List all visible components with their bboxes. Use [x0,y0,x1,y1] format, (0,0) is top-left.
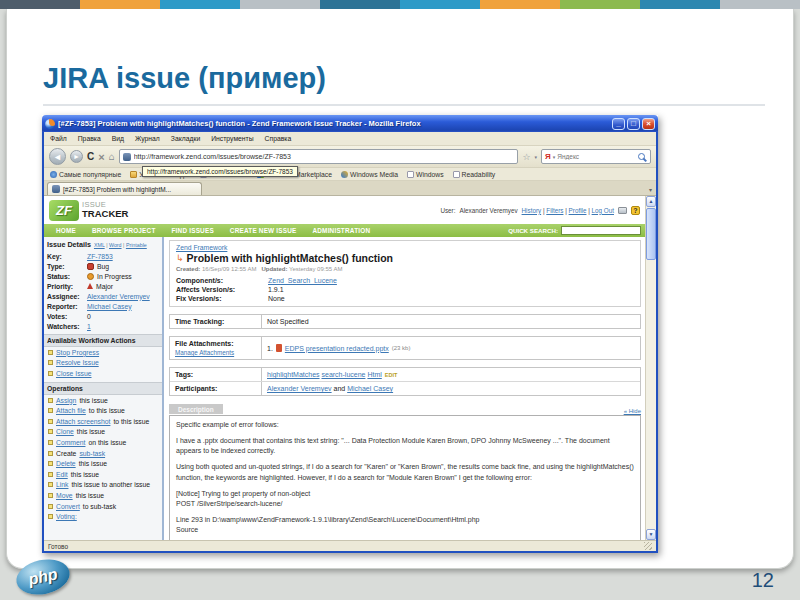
scroll-up-icon[interactable]: ▲ [646,196,656,207]
manage-attachments-link[interactable]: Manage Attachments [175,349,256,356]
home-icon[interactable]: ⌂ [109,151,115,162]
attachment-link[interactable]: EDPS presentation redacted.pptx [285,345,389,352]
field-label: Watchers: [47,323,84,330]
printer-icon[interactable] [618,207,627,214]
minimize-button[interactable]: _ [612,118,625,130]
field-value[interactable]: Michael Casey [87,303,132,310]
bookmark-star-icon[interactable]: ☆ [522,152,530,162]
status-text: Готово [48,543,68,550]
scroll-down-icon[interactable]: ▼ [646,529,656,540]
issue-field-row: Reporter:Michael Casey [44,301,162,311]
nav-item[interactable]: BROWSE PROJECT [84,227,164,234]
scrollbar-thumb[interactable] [646,208,656,260]
issue-fields: Component/s:Zend_Search_LuceneAffects Ve… [176,275,634,302]
field-value[interactable]: Zend_Search_Lucene [268,277,337,284]
field-value[interactable]: 1 [87,323,91,330]
tags-participants-box: Tags: highlightMatches search-lucene Htm… [169,367,641,396]
operation-item[interactable]: Edit this issue [44,469,162,480]
project-link[interactable]: Zend Framework [176,244,227,251]
resize-grip[interactable] [644,542,652,550]
operation-item[interactable]: Link this issue to another issue [44,480,162,491]
operation-item[interactable]: Attach screenshot to this issue [44,416,162,427]
close-button[interactable]: × [642,118,655,130]
export-link[interactable]: Printable [126,242,147,248]
operation-item[interactable]: Create sub-task [44,448,162,459]
tag-link[interactable]: search-lucene [321,371,365,378]
user-link[interactable]: Filters [546,207,563,214]
workflow-action[interactable]: Resolve Issue [44,358,162,369]
bookmark-item[interactable]: Windows Media [341,171,398,178]
nav-item[interactable]: HOME [48,227,84,234]
operation-item[interactable]: Move this issue [44,490,162,501]
vertical-scrollbar[interactable]: ▲ ▼ [645,196,656,540]
url-input[interactable] [134,153,515,160]
reload-icon[interactable]: C [87,151,94,162]
operation-item[interactable]: Comment on this issue [44,437,162,448]
nav-item[interactable]: ADMINISTRATION [304,227,378,234]
tags-edit-link[interactable]: EDIT [385,372,398,378]
menu-item[interactable]: Правка [78,135,101,142]
operation-item[interactable]: Clone this issue [44,427,162,438]
maximize-button[interactable]: □ [627,118,640,130]
issue-field-row: Priority:Major [44,281,162,291]
operation-item[interactable]: Voting: [44,511,162,522]
workflow-action[interactable]: Close Issue [44,368,162,379]
menu-item[interactable]: Вид [112,135,124,142]
menu-item[interactable]: Инструменты [211,135,253,142]
user-link[interactable]: History [522,207,542,214]
menu-item[interactable]: Закладки [171,135,200,142]
field-label: Key: [47,253,84,260]
operation-item[interactable]: Attach file to this issue [44,405,162,416]
operation-item[interactable]: Assign this issue [44,395,162,406]
workflow-action[interactable]: Stop Progress [44,347,162,358]
quick-search-input[interactable] [561,226,641,235]
list-all-tabs-icon[interactable]: ▾ [649,186,652,193]
window-title-bar[interactable]: [#ZF-7853] Problem with highlightMatches… [42,115,658,132]
nav-item[interactable]: FIND ISSUES [164,227,222,234]
menu-item[interactable]: Справка [265,135,292,142]
tag-link[interactable]: Html [367,371,381,378]
help-icon[interactable]: ? [631,206,640,215]
field-value[interactable]: ZF-7853 [87,253,113,260]
issue-details-fields: Key:ZF-7853Type:BugStatus:In ProgressPri… [44,251,162,331]
bug-icon [87,263,94,270]
menu-item[interactable]: Файл [50,135,67,142]
forward-button[interactable]: ► [70,150,83,163]
bookmark-dropdown-icon[interactable]: ▾ [534,154,537,160]
operation-item[interactable]: Delete this issue [44,458,162,469]
field-value[interactable]: Alexander Veremyev [87,293,150,300]
field-label: Component/s: [176,277,268,284]
nav-item[interactable]: CREATE NEW ISSUE [222,227,305,234]
bookmark-item[interactable]: Readability [453,171,496,178]
operation-item[interactable]: Convert to sub-task [44,501,162,512]
export-link[interactable]: Word [109,242,122,248]
top-bar-segment [720,0,800,9]
participant-link[interactable]: Michael Casey [347,385,393,392]
time-tracking-box: Time Tracking: Not Specified [169,314,641,329]
search-engine-dropdown-icon[interactable]: ▾ [553,154,556,160]
stop-icon[interactable]: × [98,151,104,163]
issue-meta: Created: 16/Sep/09 12:55 AM Updated: Yes… [176,266,634,272]
bookmark-item[interactable]: Windows [407,171,444,178]
action-bullet-icon [48,514,53,519]
browser-tab[interactable]: [#ZF-7853] Problem with highlightM... [47,182,202,195]
search-box[interactable]: Я ▾ [541,149,651,164]
user-link[interactable]: Profile [569,207,587,214]
top-bar-segment [160,0,240,9]
url-bar[interactable] [119,149,519,164]
menu-item[interactable]: Журнал [135,135,160,142]
tag-link[interactable]: highlightMatches [267,371,320,378]
user-link[interactable]: Log Out [592,207,614,214]
bookmark-item[interactable]: Самые популярные [50,171,121,178]
back-button[interactable]: ◄ [49,148,66,165]
search-magnifier-icon[interactable] [638,153,645,160]
zend-framework-logo[interactable]: ZF [49,200,79,221]
search-input[interactable] [557,153,636,160]
yandex-icon[interactable]: Я [545,152,551,161]
export-link[interactable]: XML [94,242,105,248]
top-color-bar [0,0,800,9]
action-bullet-icon [48,504,53,509]
browser-window: [#ZF-7853] Problem with highlightMatches… [42,115,658,553]
participant-link[interactable]: Alexander Veremyev [267,385,332,392]
hide-link[interactable]: « Hide [624,408,641,414]
